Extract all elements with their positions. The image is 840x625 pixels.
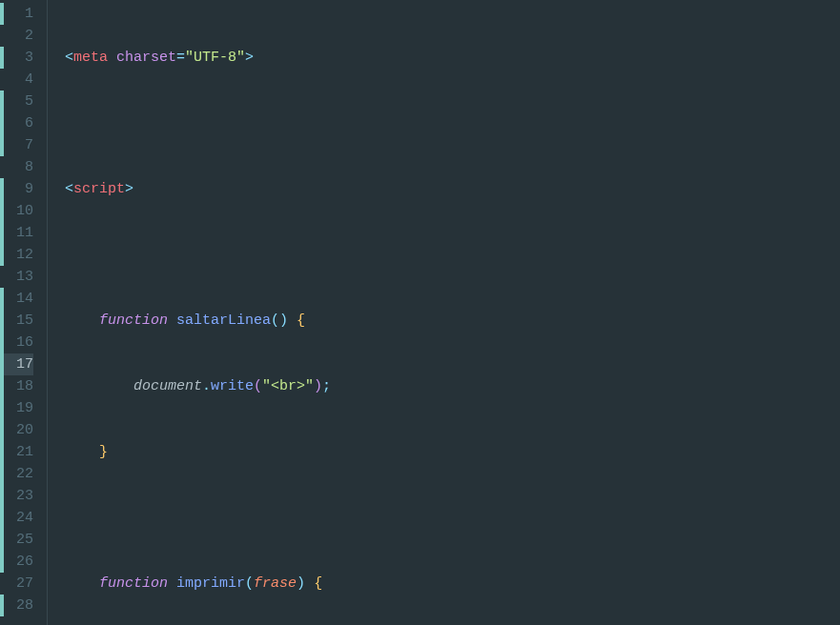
line-number: 21 [0, 441, 33, 463]
line-number: 3 [0, 47, 33, 69]
line-number: 27 [0, 573, 33, 595]
line-number: 24 [0, 507, 33, 529]
line-number-gutter: 1234567891011121314151617181920212223242… [0, 0, 48, 625]
line-number: 28 [0, 595, 33, 616]
code-editor[interactable]: 1234567891011121314151617181920212223242… [0, 0, 840, 625]
code-line[interactable]: function saltarLinea() { [65, 310, 840, 332]
line-number: 15 [0, 310, 33, 332]
line-number: 23 [0, 485, 33, 507]
line-number: 20 [0, 419, 33, 441]
code-area[interactable]: <meta charset="UTF-8"> <script> function… [48, 0, 840, 625]
line-number: 17 [0, 353, 33, 375]
line-number: 7 [0, 134, 33, 156]
line-number: 9 [0, 178, 33, 200]
line-number: 26 [0, 551, 33, 573]
line-number: 18 [0, 375, 33, 397]
line-number: 25 [0, 529, 33, 551]
line-number: 6 [0, 112, 33, 134]
code-line[interactable]: } [65, 441, 840, 463]
line-number: 2 [0, 25, 33, 47]
line-number: 11 [0, 222, 33, 244]
line-number: 16 [0, 332, 33, 353]
code-line[interactable]: <meta charset="UTF-8"> [65, 47, 840, 69]
line-number: 4 [0, 69, 33, 91]
line-number: 22 [0, 463, 33, 485]
code-line[interactable]: function imprimir(frase) { [65, 573, 840, 595]
code-line[interactable] [65, 507, 840, 529]
code-line[interactable] [65, 244, 840, 266]
line-number: 8 [0, 156, 33, 178]
code-line[interactable]: <script> [65, 178, 840, 200]
line-number: 13 [0, 266, 33, 288]
line-number: 14 [0, 288, 33, 310]
line-number: 12 [0, 244, 33, 266]
code-line[interactable] [65, 112, 840, 134]
line-number: 10 [0, 200, 33, 222]
line-number: 1 [0, 3, 33, 25]
code-line[interactable]: document.write("<br>"); [65, 375, 840, 397]
line-number: 5 [0, 91, 33, 112]
line-number: 19 [0, 397, 33, 419]
